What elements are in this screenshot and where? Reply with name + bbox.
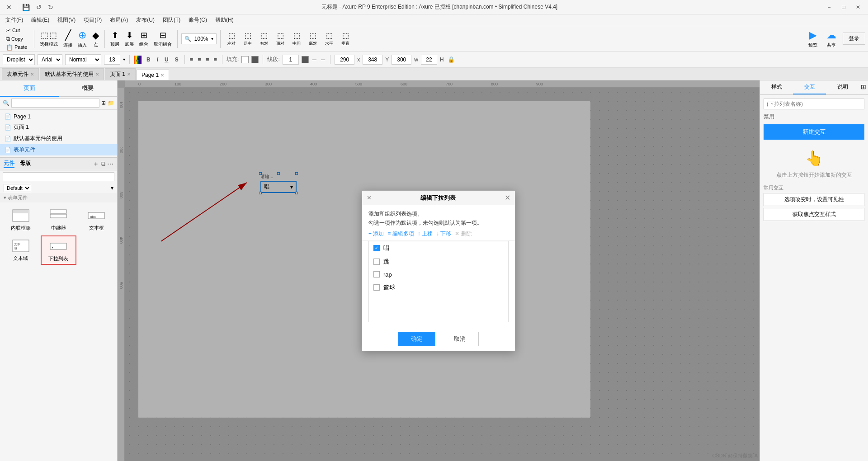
maximize-btn[interactable]: □: [838, 3, 849, 11]
modal-close-btn[interactable]: ✕: [505, 193, 510, 202]
font-family-select[interactable]: Arial: [38, 54, 62, 65]
menu-layout[interactable]: 布局(A): [106, 15, 132, 25]
modal-down-btn[interactable]: ↓ 下移: [436, 230, 451, 238]
group-btn[interactable]: ⊞ 组合: [137, 29, 150, 48]
font-style-select[interactable]: Normal: [65, 54, 101, 65]
distribute-v-btn[interactable]: ⬚ 垂直: [338, 30, 353, 47]
modal-up-btn[interactable]: ↑ 上移: [418, 230, 433, 238]
align-left-text-icon[interactable]: ≡: [189, 56, 194, 63]
align-left-btn[interactable]: ⬚ 左对: [224, 30, 239, 47]
align-right-btn[interactable]: ⬚ 右对: [257, 30, 271, 47]
stroke-style-icon[interactable]: ─: [311, 56, 317, 63]
y-coord-input[interactable]: [363, 55, 382, 65]
zoom-control[interactable]: 🔍 100% ▾: [181, 33, 217, 44]
align-right-text-icon[interactable]: ≡: [205, 56, 210, 63]
window-close-btn[interactable]: ✕: [853, 3, 863, 11]
tab-form-close[interactable]: ✕: [30, 72, 34, 77]
right-tab-style[interactable]: 样式: [760, 80, 793, 94]
section-expand-icon[interactable]: ▾: [4, 195, 6, 201]
copy-btn[interactable]: ⧉ Copy: [5, 35, 28, 43]
sidebar-tab-pages[interactable]: 页面: [0, 80, 59, 97]
titlebar-icons[interactable]: ✕ | 💾 ↺ ↻: [5, 3, 55, 12]
fill-dark-swatch[interactable]: [251, 56, 259, 63]
select-mode-btn[interactable]: ⬚ ⬚ 选择模式: [38, 29, 60, 48]
list-item-3[interactable]: 篮球: [369, 281, 508, 294]
point-btn[interactable]: ◆ 点: [90, 29, 101, 49]
underline-btn[interactable]: U: [163, 56, 170, 64]
zoom-dropdown-icon[interactable]: ▾: [211, 36, 213, 41]
page-search-input[interactable]: [11, 99, 99, 108]
comp-tab-widgets[interactable]: 元件: [4, 160, 14, 168]
page-item-page1-cn[interactable]: 📄 页面 1: [0, 122, 117, 133]
top-btn[interactable]: ⬆ 顶层: [108, 29, 121, 48]
undo-icon[interactable]: ↺: [34, 3, 43, 12]
menu-edit[interactable]: 编辑(E): [28, 15, 53, 25]
comp-item-frame[interactable]: 内联框架: [3, 205, 39, 234]
list-item-2[interactable]: rap: [369, 268, 508, 281]
tab-page1-en[interactable]: Page 1 ✕: [137, 70, 169, 80]
stroke-color-swatch[interactable]: [302, 56, 309, 63]
comp-item-repeater[interactable]: 中继器: [41, 205, 77, 234]
cut-btn[interactable]: ✂ Cut: [5, 27, 28, 34]
interaction-btn-1[interactable]: 获取焦点交互样式: [764, 208, 864, 221]
minimize-btn[interactable]: −: [824, 3, 835, 11]
comp-copy-btn[interactable]: ⧉: [101, 160, 105, 168]
bottom-btn[interactable]: ⬇ 底层: [123, 29, 136, 48]
comp-more-btn[interactable]: ⋯: [107, 160, 113, 168]
right-sidebar-expand-icon[interactable]: ⊞: [859, 80, 868, 94]
page-item-form[interactable]: 📄 表单元件: [0, 144, 117, 155]
tab-page1-close[interactable]: ✕: [127, 72, 131, 77]
bold-btn[interactable]: B: [145, 56, 152, 64]
modal-edit-btn[interactable]: ≡ 编辑多项: [387, 230, 414, 238]
save-icon[interactable]: 💾: [20, 3, 32, 12]
align-center-text-icon[interactable]: ≡: [197, 56, 202, 63]
comp-add-btn[interactable]: ＋: [93, 160, 99, 168]
menu-publish[interactable]: 发布(U): [132, 15, 158, 25]
fill-color-swatch[interactable]: [241, 56, 249, 63]
menu-view[interactable]: 视图(V): [54, 15, 79, 25]
align-mid-btn[interactable]: ⬚ 中间: [289, 30, 304, 47]
page-item-page1[interactable]: 📄 Page 1: [0, 112, 117, 122]
login-btn[interactable]: 登录: [843, 33, 865, 45]
add-page-icon[interactable]: ⊞: [101, 100, 106, 106]
tab-form-widgets[interactable]: 表单元件 ✕: [2, 68, 39, 80]
checkbox-3[interactable]: [373, 284, 380, 291]
lock-icon[interactable]: 🔒: [447, 56, 456, 63]
align-top-btn[interactable]: ⬚ 顶对: [273, 30, 288, 47]
font-size-dropdown-icon[interactable]: ▾: [123, 57, 125, 62]
checkbox-0[interactable]: ✓: [373, 245, 380, 251]
y-input[interactable]: 300: [392, 55, 411, 65]
comp-item-textarea[interactable]: 文本域 文本域: [3, 235, 39, 265]
tab-default-close[interactable]: ✕: [95, 72, 99, 77]
font-color-btn[interactable]: A: [134, 56, 142, 64]
comp-item-droplist[interactable]: ▾ 下拉列表: [41, 235, 77, 265]
page-item-default[interactable]: 📄 默认基本元件的使用: [0, 133, 117, 144]
confirm-btn[interactable]: 确定: [398, 332, 435, 346]
menu-file[interactable]: 文件(F): [2, 15, 27, 25]
close-icon[interactable]: ✕: [5, 3, 14, 12]
stroke-width-input[interactable]: 1: [283, 55, 299, 65]
folder-icon[interactable]: 📁: [108, 100, 114, 106]
canvas-area[interactable]: 0 100 200 300 400 500 600 700 800 900 10…: [118, 80, 760, 461]
share-btn[interactable]: ☁ 共享: [824, 28, 839, 49]
tab-page1-en-close[interactable]: ✕: [160, 73, 164, 78]
sidebar-tab-outline[interactable]: 概要: [59, 80, 118, 97]
w-input[interactable]: 348: [421, 55, 437, 65]
distribute-h-btn[interactable]: ⬚ 水平: [322, 30, 336, 47]
list-item-0[interactable]: ✓ 唱: [369, 241, 508, 255]
new-interaction-btn[interactable]: 新建交互: [764, 124, 864, 140]
zoom-input[interactable]: 100%: [192, 36, 210, 42]
right-tab-note[interactable]: 说明: [826, 80, 859, 94]
comp-item-textbox[interactable]: abc 文本框: [78, 205, 114, 234]
comp-search-input[interactable]: [3, 172, 114, 181]
expand-icon[interactable]: ▾: [111, 185, 113, 191]
align-justify-icon[interactable]: ≡: [212, 56, 218, 63]
font-size-input[interactable]: 13: [104, 55, 120, 65]
tab-default-use[interactable]: 默认基本元件的使用 ✕: [40, 68, 104, 80]
align-center-btn[interactable]: ⬚ 居中: [241, 30, 255, 47]
x-input[interactable]: 290: [335, 55, 354, 65]
library-select[interactable]: Default: [4, 184, 31, 192]
connect-btn[interactable]: ╱ 连接: [61, 28, 74, 49]
paste-btn[interactable]: 📋 Paste: [5, 43, 28, 51]
redo-icon[interactable]: ↻: [46, 3, 55, 12]
